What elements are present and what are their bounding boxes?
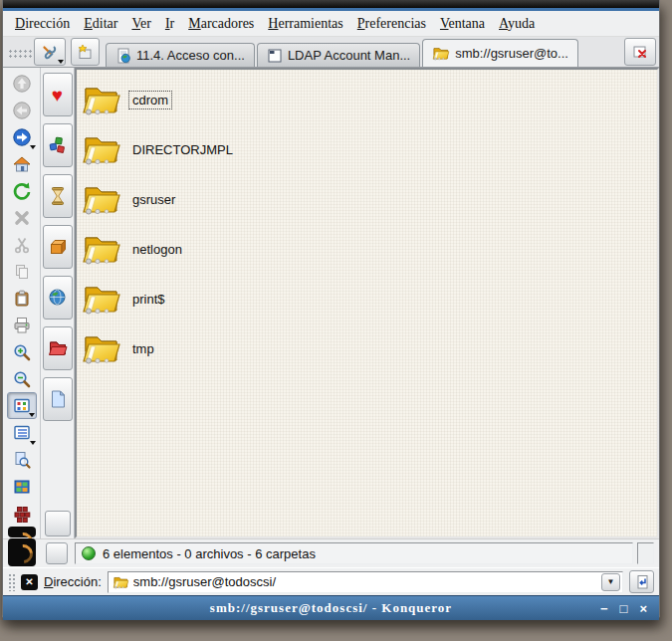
detach-view-button[interactable] xyxy=(7,500,37,527)
folder-item-directorjmpl[interactable]: DIRECTORJMPL xyxy=(82,124,331,174)
folder-item-netlogon[interactable]: netlogon xyxy=(82,224,331,274)
stop-button[interactable] xyxy=(7,204,37,231)
paste-icon xyxy=(13,290,31,308)
folder-item-cdrom[interactable]: cdrom xyxy=(82,75,331,124)
minimize-button[interactable]: − xyxy=(600,602,608,615)
maximize-button[interactable]: □ xyxy=(620,602,628,615)
folder-label: netlogon xyxy=(128,240,186,259)
notes-button[interactable] xyxy=(43,377,73,421)
back-icon xyxy=(12,101,32,120)
window-titlebar[interactable]: smb://gsruser@todoscsi/ - Konqueror − □ … xyxy=(3,595,659,620)
menu-direccion[interactable]: Dirección xyxy=(15,16,70,32)
go-button[interactable] xyxy=(629,570,654,593)
folder-icon xyxy=(82,83,121,116)
location-label: Dirección: xyxy=(44,574,102,589)
toolbar-grip-handle[interactable] xyxy=(8,49,32,59)
folder-icon xyxy=(82,132,121,166)
forward-button[interactable] xyxy=(7,123,37,150)
folder-item-tmp[interactable]: tmp xyxy=(82,323,331,373)
folder-icon xyxy=(82,182,121,216)
preview-button[interactable] xyxy=(7,446,37,473)
dropdown-caret-icon xyxy=(29,413,35,417)
print-icon xyxy=(13,317,31,334)
reload-button[interactable] xyxy=(7,177,37,204)
components-button[interactable] xyxy=(43,123,73,167)
screenshot-stage: Dirección Editar Ver Ir Marcadores Herra… xyxy=(0,0,672,641)
window-top-border xyxy=(3,0,659,8)
tab-label: LDAP Account Man... xyxy=(288,48,410,63)
folder-icon xyxy=(82,331,121,365)
status-field: 6 elementos - 0 archivos - 6 carpetas xyxy=(75,542,633,564)
back-button[interactable] xyxy=(7,97,37,123)
zoom-in-button[interactable] xyxy=(7,338,37,365)
folder-label: gsruser xyxy=(128,190,179,209)
konqueror-throbber-icon xyxy=(8,527,36,537)
location-combobox[interactable]: ▼ xyxy=(108,571,623,593)
bookmarks-button[interactable]: ♥ xyxy=(43,73,73,116)
history-button[interactable] xyxy=(43,174,73,218)
hourglass-icon xyxy=(49,186,67,206)
menu-marcadores[interactable]: Marcadores xyxy=(188,16,254,32)
print-button[interactable] xyxy=(7,312,37,338)
menu-editar[interactable]: Editar xyxy=(84,16,117,32)
copy-button[interactable] xyxy=(7,258,37,285)
sidebar-bottom-box xyxy=(45,511,71,536)
tab-bar: 11.4. Acceso con... LDAP Account Man... … xyxy=(3,37,659,68)
shared-folder-button[interactable] xyxy=(43,326,73,370)
folder-item-prints[interactable]: print$ xyxy=(82,274,331,323)
open-folder-icon xyxy=(432,46,450,61)
paste-button[interactable] xyxy=(7,285,37,312)
red-folder-icon xyxy=(48,339,68,357)
list-view-button[interactable] xyxy=(7,419,37,446)
locationbar-grip-handle[interactable] xyxy=(8,573,15,591)
tab-label: smb://gsruser@to... xyxy=(455,46,568,61)
tools-button[interactable] xyxy=(34,38,66,66)
close-tab-icon xyxy=(632,44,649,61)
multicolumn-view-icon xyxy=(13,478,31,496)
menu-ventana[interactable]: Ventana xyxy=(440,16,485,32)
menu-ir[interactable]: Ir xyxy=(165,16,174,32)
location-bar: ✕ Dirección: ▼ xyxy=(3,567,659,595)
app-window-icon xyxy=(267,48,283,64)
clear-location-icon: ✕ xyxy=(25,577,33,587)
network-button[interactable] xyxy=(43,276,73,320)
tab-ldap[interactable]: LDAP Account Man... xyxy=(257,43,420,67)
dropdown-caret-icon xyxy=(30,441,36,445)
stop-icon xyxy=(13,209,31,227)
close-tab-button[interactable] xyxy=(624,38,656,66)
main-toolbar xyxy=(3,68,41,538)
empty-box xyxy=(46,542,68,564)
close-button[interactable]: × xyxy=(639,602,647,615)
minibox-cell xyxy=(40,539,73,567)
activity-spinner-icon xyxy=(8,538,36,566)
preview-icon xyxy=(13,451,31,469)
icon-view-icon xyxy=(13,397,31,415)
status-resize-box xyxy=(637,542,654,564)
menu-herramientas[interactable]: Herramientas xyxy=(268,16,342,32)
up-button[interactable] xyxy=(7,70,37,97)
menu-preferencias[interactable]: Preferencias xyxy=(357,16,426,32)
tab-smb-active[interactable]: smb://gsruser@to... xyxy=(422,39,578,67)
go-icon xyxy=(634,574,650,590)
tab-acceso[interactable]: 11.4. Acceso con... xyxy=(106,43,255,67)
new-tab-button[interactable] xyxy=(71,38,100,66)
location-dropdown-button[interactable]: ▼ xyxy=(601,573,620,591)
clear-location-button[interactable]: ✕ xyxy=(21,574,38,590)
status-text: 6 elementos - 0 archivos - 6 carpetas xyxy=(103,546,316,561)
cut-button[interactable] xyxy=(7,231,37,258)
home-button[interactable] xyxy=(7,150,37,177)
package-button[interactable] xyxy=(43,225,73,269)
folder-label: print$ xyxy=(128,290,169,309)
zoom-out-button[interactable] xyxy=(7,365,37,392)
multicolumn-view-button[interactable] xyxy=(7,473,37,500)
zoom-in-icon xyxy=(13,343,31,361)
status-led-icon xyxy=(82,546,96,560)
location-input[interactable] xyxy=(133,574,597,589)
note-icon xyxy=(49,389,67,409)
menu-ver[interactable]: Ver xyxy=(131,16,150,32)
dropdown-caret-icon xyxy=(58,60,64,64)
menu-ayuda[interactable]: Ayuda xyxy=(499,16,535,32)
folder-item-gsruser[interactable]: gsruser xyxy=(82,174,331,224)
folder-icon xyxy=(82,232,121,266)
icon-view-button[interactable] xyxy=(7,392,37,419)
